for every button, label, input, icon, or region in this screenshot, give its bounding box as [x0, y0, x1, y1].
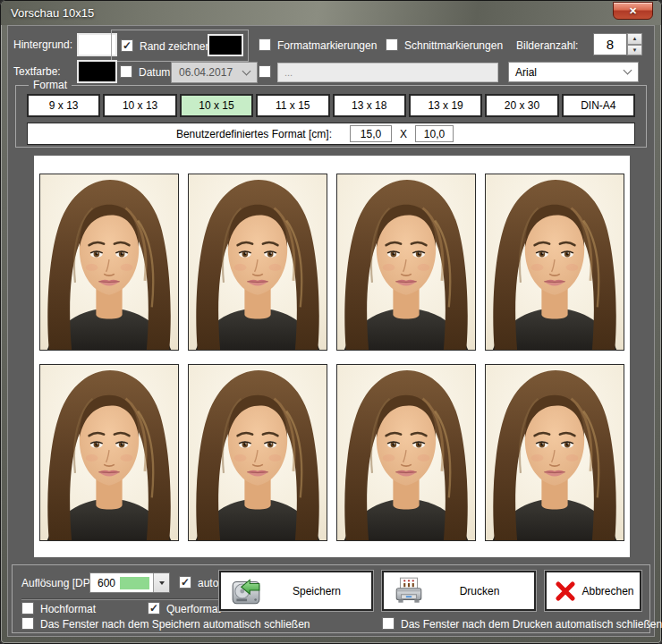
schnittmarkierungen-checkbox[interactable] — [386, 38, 398, 51]
custom-format-label: Benutzerdefiniertes Format [cm]: — [28, 128, 332, 140]
close-icon: ✕ — [629, 6, 637, 16]
preview-photo — [485, 364, 624, 541]
auto-checkbox[interactable]: ✓ — [179, 576, 191, 589]
dpi-dropdown-button[interactable] — [153, 573, 169, 592]
text-input[interactable]: ... — [277, 63, 498, 82]
photo-grid — [34, 156, 630, 557]
preview-photo — [485, 174, 624, 351]
bilderanzahl-label: Bilderanzahl: — [516, 39, 578, 52]
custom-format-bar: Benutzerdefiniertes Format [cm]: X — [27, 123, 635, 145]
preview-photo — [39, 364, 179, 541]
text-checkbox[interactable] — [259, 65, 271, 78]
datum-label: Datum — [139, 66, 170, 79]
cancel-button[interactable]: Abbrechen — [545, 571, 641, 611]
bilderanzahl-spinner: ▲ ▼ — [627, 33, 642, 55]
title-bar[interactable]: Vorschau 10x15 ✕ — [1, 1, 661, 25]
querformat-label: Querformat — [166, 603, 221, 615]
preview-photo — [336, 174, 476, 351]
format-button-13x18[interactable]: 13 x 18 — [333, 94, 406, 117]
format-button-20x30[interactable]: 20 x 30 — [485, 94, 558, 117]
hochformat-checkbox[interactable] — [21, 602, 34, 614]
spinner-down-icon[interactable]: ▼ — [627, 45, 642, 56]
textfarbe-label: Textfarbe: — [13, 65, 61, 78]
rand-zeichnen-label: Rand zeichnen — [140, 40, 211, 53]
save-close-checkbox[interactable] — [21, 617, 34, 630]
rand-zeichnen-group: ✓ Rand zeichnen — [111, 30, 249, 62]
red-x-icon — [555, 580, 576, 602]
format-button-DIN-A4[interactable]: DIN-A4 — [562, 94, 635, 117]
custom-width-field[interactable] — [350, 125, 392, 142]
chevron-down-icon — [242, 66, 251, 75]
print-close-checkbox[interactable] — [382, 617, 395, 630]
custom-format-separator: X — [400, 128, 407, 140]
hochformat-label: Hochformat — [40, 603, 96, 615]
cancel-button-label: Abbrechen — [576, 585, 640, 597]
format-group: Format 9 x 1310 x 1310 x 1511 x 1513 x 1… — [15, 85, 647, 148]
harddisk-save-icon — [230, 575, 262, 607]
save-button[interactable]: Speichern — [219, 571, 373, 611]
datum-value: 06.04.2017 — [179, 66, 233, 79]
separator — [21, 598, 222, 600]
bilderanzahl-field[interactable]: 8 — [593, 33, 627, 55]
auto-label: auto — [198, 577, 218, 589]
text-color-swatch[interactable] — [77, 60, 117, 83]
print-button-label: Drucken — [425, 585, 534, 597]
format-button-10x13[interactable]: 10 x 13 — [103, 94, 176, 117]
printer-icon — [393, 575, 425, 607]
format-button-10x15[interactable]: 10 x 15 — [180, 94, 253, 117]
formatmarkierungen-checkbox[interactable] — [259, 38, 271, 51]
dpi-combo[interactable]: 600 — [89, 572, 170, 593]
preview-photo — [336, 364, 476, 541]
dpi-color-swatch — [120, 577, 149, 589]
save-button-label: Speichern — [262, 585, 371, 597]
window-title: Vorschau 10x15 — [11, 6, 94, 20]
save-close-label: Das Fenster nach dem Speichern automatis… — [40, 618, 310, 631]
format-button-13x19[interactable]: 13 x 19 — [409, 94, 482, 117]
hintergrund-label: Hintergrund: — [13, 38, 72, 51]
schnittmarkierungen-label: Schnittmarkierungen — [404, 39, 503, 52]
format-button-row: 9 x 1310 x 1310 x 1511 x 1513 x 1813 x 1… — [27, 94, 635, 117]
format-button-11x15[interactable]: 11 x 15 — [256, 94, 329, 117]
querformat-checkbox[interactable]: ✓ — [148, 602, 160, 614]
preview-photo — [188, 364, 327, 541]
datum-checkbox[interactable] — [120, 65, 132, 78]
print-close-label: Das Fenster nach dem Drucken automatisch… — [401, 618, 662, 631]
preview-photo — [188, 174, 327, 351]
font-combo[interactable]: Arial — [508, 62, 639, 82]
font-value: Arial — [515, 66, 537, 79]
dialog-content: Hintergrund: ✓ Rand zeichnen Formatmarki… — [7, 25, 655, 637]
print-button[interactable]: Drucken — [382, 571, 536, 611]
close-button[interactable]: ✕ — [613, 2, 653, 20]
dpi-label: Auflösung [DPI]: — [21, 577, 99, 589]
footer-panel: Auflösung [DPI]: 600 ✓ auto Hochformat ✓… — [12, 564, 650, 633]
formatmarkierungen-label: Formatmarkierungen — [277, 39, 377, 52]
rand-zeichnen-checkbox[interactable]: ✓ — [121, 39, 133, 52]
spinner-up-icon[interactable]: ▲ — [627, 33, 642, 45]
custom-height-field[interactable] — [415, 125, 454, 142]
preview-photo — [39, 174, 179, 351]
format-group-label: Format — [29, 79, 72, 91]
dpi-value: 600 — [98, 577, 115, 589]
datum-combo[interactable]: 06.04.2017 — [171, 62, 258, 83]
triangle-down-icon — [159, 581, 165, 585]
chevron-down-icon — [624, 66, 632, 75]
preview-canvas — [34, 156, 630, 557]
dialog-window: Vorschau 10x15 ✕ Hintergrund: ✓ Rand zei… — [0, 0, 662, 644]
border-color-swatch[interactable] — [208, 34, 243, 56]
format-button-9x13[interactable]: 9 x 13 — [27, 94, 100, 117]
